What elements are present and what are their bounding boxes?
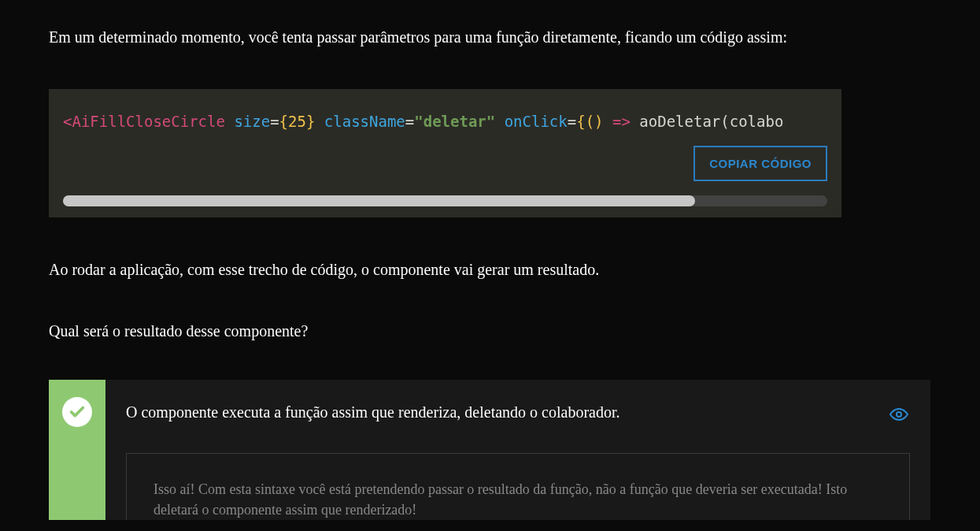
- code-token-attr-size: size: [234, 113, 270, 130]
- answer-badge-column: [49, 380, 105, 520]
- code-token-lt: <: [63, 113, 72, 130]
- code-token-arrow: =>: [612, 113, 631, 130]
- code-token-class-val: "deletar": [414, 113, 495, 130]
- answer-explanation-box: Isso aí! Com esta sintaxe você está pret…: [126, 453, 910, 520]
- answer-explanation-text: Isso aí! Com esta sintaxe você está pret…: [153, 479, 882, 520]
- eye-icon[interactable]: [889, 405, 908, 427]
- code-token-brace-open-2: {: [576, 113, 585, 130]
- copy-code-button[interactable]: COPIAR CÓDIGO: [693, 146, 827, 181]
- code-token-size-val: 25: [288, 113, 306, 130]
- check-icon: [68, 403, 86, 421]
- code-token-component: AiFillCloseCircle: [72, 113, 224, 130]
- svg-point-0: [897, 412, 901, 417]
- correct-badge: [62, 397, 92, 427]
- code-token-paren-open: (: [586, 113, 594, 130]
- code-scrollbar-thumb[interactable]: [63, 195, 695, 206]
- code-token-eq: =: [270, 113, 279, 130]
- code-token-brace-close: }: [306, 113, 315, 130]
- answer-card: O componente executa a função assim que …: [49, 380, 930, 520]
- code-token-paren-close: ): [594, 113, 603, 130]
- code-token-attr-class: className: [324, 113, 405, 130]
- code-line: <AiFillCloseCircle size={25} className="…: [63, 113, 827, 130]
- paragraph-question: Qual será o resultado desse componente?: [49, 318, 931, 343]
- answer-body: O componente executa a função assim que …: [105, 380, 930, 520]
- code-token-call: aoDeletar(colabo: [639, 113, 783, 130]
- code-token-eq-3: =: [568, 113, 576, 130]
- code-token-brace-open: {: [279, 113, 288, 130]
- paragraph-result-intro: Ao rodar a aplicação, com esse trecho de…: [49, 257, 931, 282]
- code-scrollbar-track[interactable]: [63, 195, 827, 206]
- intro-paragraph: Em um determinado momento, você tenta pa…: [49, 24, 931, 51]
- code-block: <AiFillCloseCircle size={25} className="…: [49, 89, 841, 217]
- code-token-eq-2: =: [405, 113, 414, 130]
- answer-title: O componente executa a função assim que …: [126, 403, 910, 421]
- code-token-attr-onclick: onClick: [505, 113, 568, 130]
